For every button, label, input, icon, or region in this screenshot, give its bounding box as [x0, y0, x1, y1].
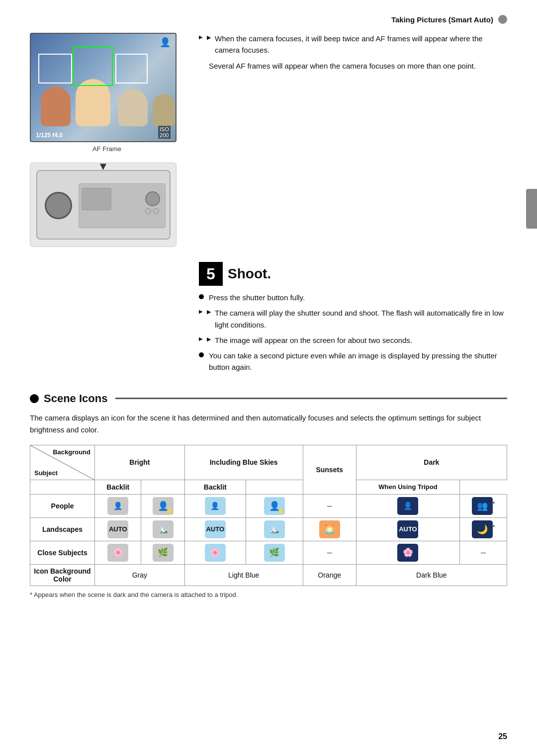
- icon-close-bright: 🌸: [107, 544, 128, 562]
- cell-land-lb: AUTO: [184, 517, 246, 541]
- icon-close-bright-backlit: 🌿: [153, 544, 174, 562]
- camera-scene: 1/125 f4.0 ISO200 👤: [31, 34, 176, 141]
- cell-land-lb-backlit: 🏔️: [246, 517, 303, 541]
- col-subheader-dark-normal: [246, 480, 303, 494]
- camera-screen: [82, 188, 111, 210]
- shutter-arrow-icon: ▼: [98, 163, 109, 173]
- af-frame-1: [38, 54, 72, 84]
- cell-color-lightblue: Light Blue: [184, 564, 303, 586]
- bg-header-label: Background: [53, 448, 90, 456]
- camera-body: [79, 183, 166, 228]
- cell-land-dark: AUTO: [356, 517, 460, 541]
- cell-land-tripod: 🌙*: [460, 517, 507, 541]
- step-right-col: 5 Shoot. Press the shutter button fully.…: [199, 262, 507, 377]
- icon-people-tripod: 👥: [472, 497, 493, 515]
- cell-close-dark: 🌸: [356, 541, 460, 564]
- step-header: 5 Shoot.: [199, 262, 507, 286]
- asterisk-people-tripod: *: [493, 501, 495, 507]
- table-row-landscapes: Landscapes AUTO 🏔️ AUTO: [30, 517, 507, 541]
- icon-people-bright: 👤: [107, 497, 128, 515]
- cell-people-lb-backlit: 👤🌟: [246, 494, 303, 517]
- col-subheader-tripod: When Using Tripod: [356, 480, 460, 494]
- camera-iso-info: ISO200: [158, 126, 171, 139]
- step-bullet-3: ▶ The image will appear on the screen fo…: [199, 335, 507, 346]
- cell-land-bright-backlit: 🏔️: [141, 517, 184, 541]
- figure-1: [41, 86, 71, 126]
- cell-land-sunsets: 🌅: [303, 517, 356, 541]
- header-circle-icon: [498, 15, 507, 24]
- page-number: 25: [498, 732, 507, 741]
- col-header-inclblue: Including Blue Skies: [184, 445, 303, 480]
- cell-close-bright: 🌸: [95, 541, 141, 564]
- step-title: Shoot.: [228, 266, 271, 282]
- page-container: Taking Pictures (Smart Auto) 1/125 f: [0, 0, 537, 756]
- page-header: Taking Pictures (Smart Auto): [30, 15, 507, 24]
- row-label-people: People: [30, 494, 95, 517]
- cell-people-bright: 👤: [95, 494, 141, 517]
- col-header-dark: Dark: [356, 445, 507, 480]
- icon-land-lb-backlit: 🏔️: [264, 520, 285, 538]
- af-frame-label: AF Frame: [30, 145, 184, 153]
- figure-3: [118, 89, 148, 126]
- cell-close-tripod: –: [460, 541, 507, 564]
- icon-people-dark: 👤: [397, 497, 418, 515]
- scene-title-divider: [115, 398, 507, 399]
- icon-close-dark: 🌸: [397, 544, 418, 562]
- bullet-dot-1: [199, 294, 204, 299]
- icon-close-lb-backlit: 🌿: [264, 544, 285, 562]
- step-bullet-4: You can take a second picture even while…: [199, 350, 507, 373]
- col-subheader-backlit1: Backlit: [95, 480, 141, 494]
- scene-dot-icon: [30, 394, 39, 403]
- col-subheader-inclblue-normal: [141, 480, 184, 494]
- af-frame-active: [73, 46, 113, 86]
- top-section: 1/125 f4.0 ISO200 👤 AF Frame ▼: [30, 33, 507, 247]
- figure-2: [76, 79, 110, 126]
- icon-land-dark: AUTO: [397, 520, 418, 538]
- cell-close-lb: 🌸: [184, 541, 246, 564]
- scene-footnote: * Appears when the scene is dark and the…: [30, 591, 507, 598]
- person-mode-icon: 👤: [160, 37, 171, 48]
- icon-people-lb-backlit: 👤🌟: [264, 497, 285, 515]
- icon-land-sunsets: 🌅: [319, 520, 340, 538]
- camera-viewfinder: 1/125 f4.0 ISO200 👤: [30, 33, 177, 142]
- col-header-bright: Bright: [95, 445, 185, 480]
- bullet-af-multiple: Several AF frames will appear when the c…: [209, 60, 507, 72]
- af-frame-3: [115, 54, 148, 84]
- camera-controls: [145, 191, 160, 214]
- bullet-dot-4: [199, 352, 204, 357]
- cell-color-orange: Orange: [303, 564, 356, 586]
- icon-close-lb: 🌸: [205, 544, 226, 562]
- col-subheader-backlit2: Backlit: [184, 480, 246, 494]
- asterisk-land-tripod: *: [493, 524, 495, 531]
- cell-close-bright-backlit: 🌿: [141, 541, 184, 564]
- scene-icons-table: Background Subject Bright Including Blue…: [30, 445, 507, 586]
- step-bullet-1: Press the shutter button fully.: [199, 292, 507, 303]
- step-bullet-2: ▶ The camera will play the shutter sound…: [199, 307, 507, 331]
- scene-icons-section: Scene Icons The camera displays an icon …: [30, 392, 507, 598]
- right-column-top: ▶ When the camera focuses, it will beep …: [199, 33, 507, 247]
- cell-people-lb: 👤: [184, 494, 246, 517]
- col-header-sunsets: Sunsets: [303, 445, 356, 494]
- row-label-landscapes: Landscapes: [30, 517, 95, 541]
- icon-land-lb: AUTO: [205, 520, 226, 538]
- row-label-close-subjects: Close Subjects: [30, 541, 95, 564]
- icon-people-lb: 👤: [205, 497, 226, 515]
- camera-lens: [45, 192, 72, 219]
- icon-land-bright: AUTO: [107, 520, 128, 538]
- row-label-bg-color: Icon Background Color: [30, 564, 95, 586]
- cell-land-bright: AUTO: [95, 517, 141, 541]
- subject-header-label: Subject: [34, 469, 58, 477]
- scene-description: The camera displays an icon for the scen…: [30, 412, 507, 436]
- cell-color-gray: Gray: [95, 564, 185, 586]
- icon-land-bright-backlit: 🏔️: [153, 520, 174, 538]
- cell-close-lb-backlit: 🌿: [246, 541, 303, 564]
- header-title: Taking Pictures (Smart Auto): [391, 15, 493, 24]
- cell-close-sunsets: –: [303, 541, 356, 564]
- table-row-bg-color: Icon Background Color Gray Light Blue Or…: [30, 564, 507, 586]
- step-left-col: [30, 262, 184, 377]
- scene-section-title: Scene Icons: [44, 392, 107, 405]
- cell-people-tripod: 👥*: [460, 494, 507, 517]
- side-tab: [526, 189, 537, 229]
- step-5-section: 5 Shoot. Press the shutter button fully.…: [30, 262, 507, 377]
- step-number: 5: [199, 262, 223, 286]
